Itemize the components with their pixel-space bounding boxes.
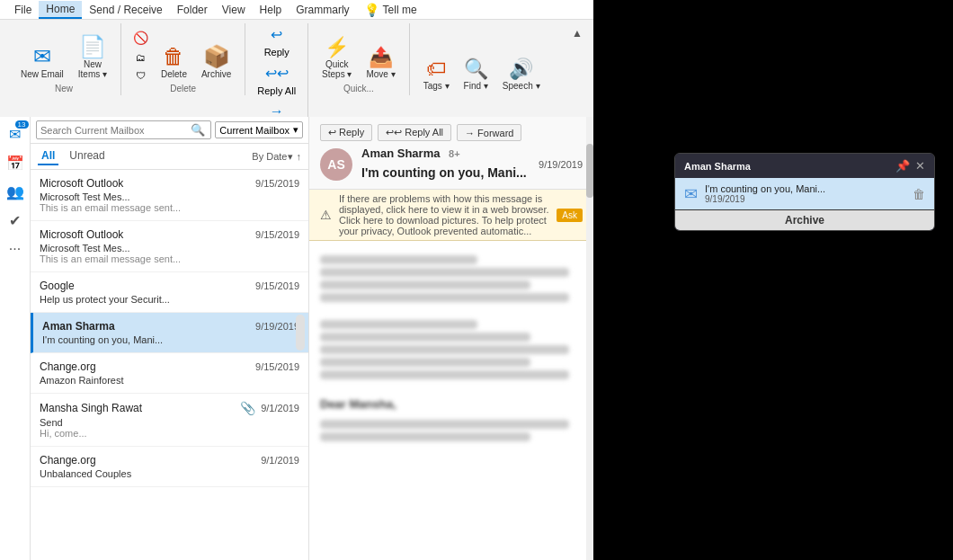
search-input-wrap[interactable]: 🔍 [36,120,211,139]
email-date: 9/15/2019 [255,280,299,291]
ribbon-new-buttons: ✉ New Email 📄 NewItems ▾ [14,23,113,84]
find-icon: 🔍 [464,59,488,79]
quick-steps-button[interactable]: ⚡ QuickSteps ▾ [316,33,358,84]
dropdown-chevron-icon: ▾ [293,124,298,136]
move-button[interactable]: 📤 Move ▾ [360,43,401,84]
filter-tab-unread[interactable]: Unread [66,147,108,165]
sender-details: Aman Sharma 8+ I'm counting on you, Mani… [361,147,530,182]
email-sender: Aman Sharma 9/19/2019 [42,320,299,333]
email-date: 9/15/2019 [255,361,299,372]
menu-file[interactable]: File [7,2,39,18]
ribbon-group-tags: 🏷 Tags ▾ 🔍 Find ▾ 🔊 Speech ▾ [410,23,554,95]
delete-button[interactable]: 🗑 Delete [155,41,193,84]
outlook-window: File Home Send / Receive Folder View Hel… [0,0,593,560]
block-icon: 🛡 [136,70,146,81]
reading-email-subject: I'm counting on you, Mani... [361,165,530,180]
email-item[interactable]: Microsoft Outlook 9/15/2019 Microsoft Te… [31,170,308,221]
reply-all-action-button[interactable]: ↩↩ Reply All [378,124,451,141]
thumb-pin-icon[interactable]: 📌 [895,159,910,173]
email-list-panel: 🔍 Current Mailbox ▾ All Unread By Date ▾… [31,117,309,560]
email-date: 9/15/2019 [255,178,299,189]
tags-icon: 🏷 [426,59,446,79]
archive-label: Archive [201,69,231,79]
email-subject: Microsoft Test Mes... [40,191,299,202]
download-pictures-button[interactable]: Ask [557,209,583,222]
filter-sort[interactable]: By Date ▾ ↑ [252,151,301,163]
email-list: Microsoft Outlook 9/15/2019 Microsoft Te… [31,170,308,560]
menu-home[interactable]: Home [39,1,82,19]
body-line [320,293,569,302]
email-item[interactable]: Change.org 9/1/2019 Unbalanced Couples [31,447,308,487]
body-line [320,370,569,379]
ribbon-collapse-button[interactable]: ▲ [568,23,586,43]
new-items-icon: 📄 [79,36,106,58]
menu-send-receive[interactable]: Send / Receive [82,2,169,18]
email-item[interactable]: Google 9/15/2019 Help us protect your Se… [31,272,308,313]
thumb-content: ✉ I'm counting on you, Mani... 9/19/2019… [675,178,934,230]
junk-button[interactable]: 🗂 [129,49,153,66]
email-date: 9/1/2019 [261,455,299,466]
reply-all-label: Reply All [257,85,296,96]
body-line [320,268,569,277]
reply-button[interactable]: ↩ Reply [253,23,300,60]
find-button[interactable]: 🔍 Find ▾ [458,55,494,95]
email-date: 9/19/2019 [255,321,299,332]
tags-label: Tags ▾ [423,81,450,91]
menu-bar: File Home Send / Receive Folder View Hel… [0,0,593,20]
speech-button[interactable]: 🔊 Speech ▾ [496,55,547,95]
email-sender: Microsoft Outlook 9/15/2019 [40,177,299,190]
body-line [320,358,530,367]
ribbon-delete-buttons: 🚫 🗂 🛡 🗑 Delete 📦 Archive [129,23,237,84]
thumb-delete-icon[interactable]: 🗑 [913,187,925,201]
sidebar-icon-mail[interactable]: ✉ 13 [2,120,29,147]
sort-label: By Date [252,151,287,162]
reply-all-button[interactable]: ↩↩ Reply All [253,62,300,99]
email-item[interactable]: Change.org 9/15/2019 Amazon Rainforest [31,353,308,394]
archive-button[interactable]: 📦 Archive [195,41,237,84]
reading-pane-scrollbar[interactable] [586,117,593,560]
email-item[interactable]: Mansha Singh Rawat 📎 9/1/2019 Send Hi, c… [31,394,308,447]
email-subject: Send [40,417,299,428]
forward-action-button[interactable]: → Forward [457,124,521,141]
search-input[interactable] [40,125,189,136]
thumb-email-date: 9/19/2019 [705,194,905,204]
search-icon[interactable]: 🔍 [189,123,207,137]
email-date: 9/1/2019 [261,403,299,413]
email-sender: Change.org 9/15/2019 [40,360,299,373]
menu-tell-me[interactable]: 💡 Tell me [357,1,424,19]
sidebar-icon-people[interactable]: 👥 [2,178,29,205]
new-email-button[interactable]: ✉ New Email [14,41,70,84]
thumb-email-item[interactable]: ✉ I'm counting on you, Mani... 9/19/2019… [675,178,934,210]
sidebar-icon-calendar[interactable]: 📅 [2,149,29,176]
filter-tab-all[interactable]: All [38,147,58,165]
sidebar-icon-tasks[interactable]: ✔ [2,207,29,234]
menu-grammarly[interactable]: Grammarly [289,2,356,18]
delete-icon: 🗑 [163,46,184,67]
notification-banner: ⚠ If there are problems with how this me… [309,190,593,241]
attach-icon: 📎 [240,401,255,415]
mailbox-dropdown[interactable]: Current Mailbox ▾ [215,121,303,138]
notification-text: If there are problems with how this mess… [339,193,549,236]
new-items-button[interactable]: 📄 NewItems ▾ [72,31,113,84]
block-button[interactable]: 🛡 [129,67,153,84]
dark-background [593,0,953,560]
ignore-button[interactable]: 🚫 [129,28,153,48]
menu-help[interactable]: Help [253,2,289,18]
thumb-email-subject: I'm counting on you, Mani... [705,183,905,194]
thumb-close-icon[interactable]: ✕ [915,159,925,173]
menu-view[interactable]: View [215,2,253,18]
warning-icon: ⚠ [320,208,332,222]
reply-action-button[interactable]: ↩ Reply [320,124,372,141]
ribbon-new-label: New [55,84,73,95]
menu-folder[interactable]: Folder [170,2,215,18]
email-item[interactable]: Microsoft Outlook 9/15/2019 Microsoft Te… [31,221,308,272]
new-items-label: NewItems ▾ [78,59,107,79]
tasks-icon: ✔ [9,212,21,229]
archive-overlay-button[interactable]: Archive [675,210,934,230]
recipient-count: 8+ [449,148,460,159]
email-subject: Unbalanced Couples [40,468,299,479]
sidebar-icon-more[interactable]: ··· [2,236,29,262]
email-item-selected[interactable]: Aman Sharma 9/19/2019 I'm counting on yo… [31,313,308,353]
email-sender: Google 9/15/2019 [40,280,299,292]
tags-button[interactable]: 🏷 Tags ▾ [417,55,456,95]
